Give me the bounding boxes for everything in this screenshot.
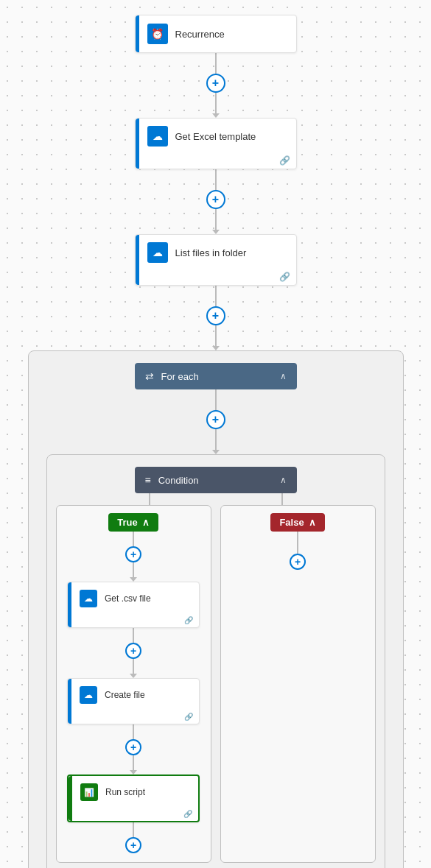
add-btn-2[interactable]: + (206, 190, 225, 209)
connector-4b (215, 429, 217, 450)
branches-container: True ∧ + ☁ Get .csv file (56, 505, 376, 863)
get-csv-icon: ☁ (80, 590, 97, 607)
branch-connector-3 (133, 724, 134, 739)
branch-connector-2b (133, 659, 134, 674)
list-files-link-icon: 🔗 (279, 272, 290, 282)
get-excel-title: Get Excel template (175, 131, 287, 142)
branch-connector-1b (133, 562, 134, 577)
branch-connector-4 (133, 822, 134, 837)
run-script-icon: 📊 (80, 783, 98, 801)
foreach-icon: ⇄ (145, 370, 154, 382)
get-excel-icon: ☁ (147, 126, 168, 147)
create-file-link-icon: 🔗 (184, 713, 193, 721)
run-script-link-icon: 🔗 (183, 810, 192, 818)
foreach-inner: ⇄ For each (145, 370, 199, 382)
true-label: True (117, 517, 137, 528)
get-csv-card[interactable]: ☁ Get .csv file 🔗 (67, 582, 200, 628)
recurrence-step: ⏰ Recurrence (0, 15, 431, 53)
add-btn-true-4[interactable]: + (125, 837, 141, 853)
get-csv-title: Get .csv file (105, 593, 193, 604)
recurrence-title: Recurrence (175, 29, 287, 40)
false-branch: False ∧ + (220, 505, 376, 863)
run-script-card[interactable]: 📊 Run script 🔗 (67, 775, 200, 822)
get-excel-card[interactable]: ☁ Get Excel template 🔗 (135, 118, 297, 169)
connector-3b (215, 325, 217, 346)
add-btn-true-2[interactable]: + (125, 643, 141, 659)
add-btn-3[interactable]: + (206, 306, 225, 325)
connector-4 (215, 389, 217, 410)
add-btn-true-1[interactable]: + (125, 546, 141, 562)
list-files-card[interactable]: ☁ List files in folder 🔗 (135, 234, 297, 286)
connector-2 (215, 169, 217, 190)
branch-connector-1 (133, 532, 134, 546)
add-btn-4[interactable]: + (206, 410, 225, 429)
get-excel-step: ☁ Get Excel template 🔗 (0, 118, 431, 169)
run-script-title: Run script (105, 787, 192, 797)
true-chevron: ∧ (142, 517, 150, 528)
recurrence-card[interactable]: ⏰ Recurrence (135, 15, 297, 53)
add-btn-false-1[interactable]: + (290, 554, 306, 570)
false-label: False (279, 517, 304, 528)
get-excel-link-icon: 🔗 (279, 155, 290, 166)
create-file-title: Create file (105, 690, 193, 700)
connector-3 (215, 286, 217, 306)
recurrence-icon: ⏰ (147, 24, 168, 44)
connector-2b (215, 209, 217, 230)
true-branch-header[interactable]: True ∧ (108, 513, 158, 532)
condition-chevron: ∧ (280, 475, 287, 485)
false-branch-header[interactable]: False ∧ (270, 513, 324, 532)
list-files-title: List files in folder (175, 247, 287, 258)
false-chevron: ∧ (309, 517, 316, 528)
branch-connector-2 (133, 628, 134, 643)
condition-inner: ≡ Condition (145, 474, 199, 486)
foreach-chevron: ∧ (280, 371, 287, 381)
condition-outer-container: ≡ Condition ∧ (46, 454, 385, 868)
create-file-icon: ☁ (80, 686, 97, 704)
foreach-title: For each (161, 371, 199, 382)
add-btn-true-3[interactable]: + (125, 739, 141, 755)
foreach-outer-container: ⇄ For each ∧ + ≡ Condition ∧ (28, 350, 404, 868)
foreach-card[interactable]: ⇄ For each ∧ (135, 363, 297, 389)
true-branch: True ∧ + ☁ Get .csv file (56, 505, 211, 863)
connector-1b (215, 93, 217, 113)
list-files-icon: ☁ (147, 242, 168, 263)
flow-canvas: ⏰ Recurrence + ☁ Get Excel template 🔗 + (0, 0, 431, 868)
create-file-card[interactable]: ☁ Create file 🔗 (67, 678, 200, 724)
condition-card[interactable]: ≡ Condition ∧ (135, 467, 297, 493)
condition-title: Condition (158, 475, 199, 486)
branch-connector-3b (133, 755, 134, 770)
add-btn-1[interactable]: + (206, 74, 225, 93)
get-csv-link-icon: 🔗 (184, 616, 193, 624)
connector-1 (215, 53, 217, 74)
false-branch-connector (297, 532, 298, 554)
list-files-step: ☁ List files in folder 🔗 (0, 234, 431, 286)
condition-icon: ≡ (145, 474, 151, 486)
